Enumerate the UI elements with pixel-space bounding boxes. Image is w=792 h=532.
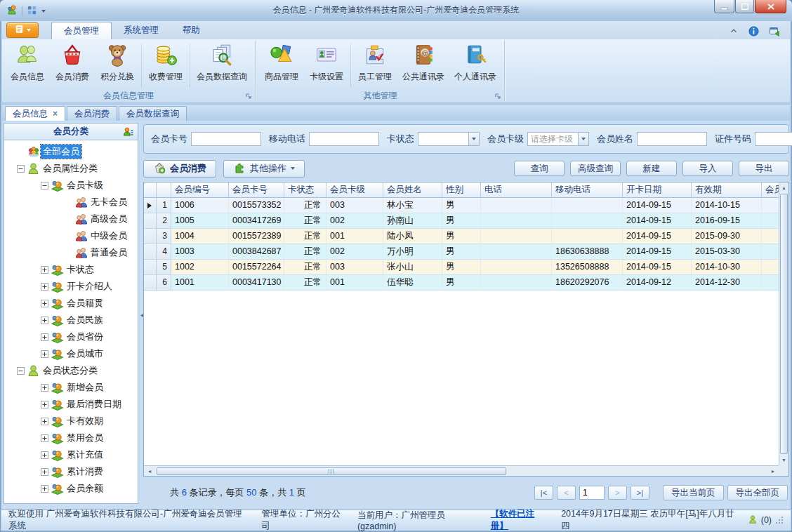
first-page-button[interactable]: |< — [534, 486, 553, 500]
column-header-member-no[interactable]: 会员编号 — [171, 182, 229, 198]
tree-item-disabled-members[interactable]: 禁用会员 — [4, 430, 138, 446]
ribbon-button-product-manage[interactable]: 商品管理 — [259, 41, 304, 90]
tree-item-normal-member[interactable]: 普通会员 — [4, 244, 138, 261]
table-row[interactable]: 510020015572264正常003张小山男135265088882014-… — [144, 260, 779, 275]
chevron-down-icon[interactable] — [468, 133, 479, 145]
column-header-member-truncated[interactable]: 会员 — [762, 182, 779, 198]
collapse-ribbon-icon[interactable] — [729, 26, 739, 39]
tree-expander-icon[interactable] — [39, 434, 50, 442]
tree-item-member-status-category[interactable]: 会员状态分类 — [4, 362, 138, 379]
table-row[interactable]: 210050003417269正常002孙南山男2014-09-152016-0… — [144, 213, 779, 229]
tree-item-no-card-member[interactable]: 无卡会员 — [4, 194, 138, 211]
ribbon-button-public-contacts[interactable]: @公共通讯录 — [397, 41, 449, 90]
tree-expander-icon[interactable] — [39, 485, 50, 493]
export-current-page-button[interactable]: 导出当前页 — [663, 485, 724, 500]
info-icon[interactable] — [748, 26, 759, 39]
table-row[interactable]: 610010003417130正常001伍华聪男186202920762014-… — [144, 275, 779, 291]
id-number-input[interactable] — [755, 132, 792, 146]
doc-tab-member-consume[interactable]: 会员消费 — [67, 106, 117, 121]
layout-icon[interactable] — [27, 5, 37, 18]
page-number-input[interactable] — [579, 486, 605, 500]
member-category-icon[interactable] — [123, 126, 134, 140]
column-header-phone[interactable]: 电话 — [481, 182, 552, 198]
prev-page-button[interactable]: < — [557, 486, 576, 500]
tree-expander-icon[interactable] — [39, 384, 50, 392]
vertical-scroll-thumb[interactable] — [780, 194, 788, 454]
tree-expander-icon[interactable] — [39, 333, 50, 341]
column-header-indicator[interactable] — [144, 182, 157, 198]
minimize-button[interactable] — [714, 0, 734, 13]
tree-expander-icon[interactable] — [39, 182, 50, 189]
tree-item-new-members[interactable]: 新增会员 — [4, 379, 138, 396]
column-header-card-no[interactable]: 会员卡号 — [229, 182, 284, 198]
ribbon-button-member-data-query[interactable]: 会员数据查询 — [192, 41, 252, 90]
column-header-rownum[interactable] — [157, 182, 171, 198]
next-page-button[interactable]: > — [608, 486, 627, 500]
tree-item-member-card-level[interactable]: 会员卡级 — [4, 177, 138, 194]
ribbon-button-member-consume[interactable]: 会员消费 — [50, 41, 95, 90]
scroll-up-arrow[interactable]: ▲ — [779, 182, 788, 193]
close-button[interactable] — [755, 0, 786, 13]
column-header-card-level[interactable]: 会员卡级 — [326, 182, 383, 198]
tree-item-member-balance[interactable]: 会员余额 — [4, 480, 138, 497]
ribbon-button-personal-contacts[interactable]: 个人通讯录 — [449, 41, 501, 90]
tree-item-member-attribute-category[interactable]: 会员属性分类 — [4, 160, 138, 177]
column-header-card-status[interactable]: 卡状态 — [284, 182, 326, 198]
member-consume-button[interactable]: 会员消费 — [143, 160, 216, 178]
tree-expander-icon[interactable] — [39, 350, 50, 358]
last-page-button[interactable]: >| — [631, 486, 649, 500]
column-header-member-name[interactable]: 会员姓名 — [383, 182, 442, 198]
doc-tab-member-info[interactable]: 会员信息× — [5, 106, 65, 121]
export-button[interactable]: 导出 — [739, 161, 789, 176]
scroll-right-arrow[interactable]: ► — [767, 466, 779, 476]
tree-item-all-members[interactable]: 全部会员 — [4, 143, 138, 160]
tree-item-card-referrer[interactable]: 开卡介绍人 — [4, 278, 138, 295]
ribbon-button-member-info[interactable]: 会员信息 — [5, 41, 50, 90]
table-row[interactable]: 110060015573352正常003林小宝男2014-09-152014-1… — [144, 198, 779, 213]
dialog-launcher-icon[interactable] — [494, 91, 501, 102]
tree-item-total-recharge[interactable]: 累计充值 — [4, 446, 138, 463]
column-header-gender[interactable]: 性别 — [442, 182, 481, 198]
column-header-open-date[interactable]: 开卡日期 — [623, 182, 692, 198]
tree-expander-icon[interactable] — [39, 266, 50, 274]
other-actions-button[interactable]: 其他操作 — [223, 160, 305, 178]
mobile-phone-input[interactable] — [309, 132, 379, 146]
tab-close-icon[interactable]: × — [53, 107, 58, 121]
new-button[interactable]: 新建 — [626, 161, 677, 176]
member-card-level-select[interactable]: 请选择卡级 — [527, 132, 589, 146]
vertical-scrollbar[interactable]: ▲ ▼ — [779, 182, 788, 465]
tree-expander-icon[interactable] — [15, 367, 26, 375]
horizontal-scroll-thumb[interactable] — [157, 467, 506, 475]
tree-item-card-status[interactable]: 卡状态 — [4, 261, 138, 278]
tree-item-mid-level-member[interactable]: 中级会员 — [4, 227, 138, 244]
table-row[interactable]: 410030003842687正常002万小明男186306388882014-… — [144, 244, 779, 260]
column-header-mobile[interactable]: 移动电话 — [552, 182, 623, 198]
ribbon-tab-member-manage[interactable]: 会员管理 — [51, 22, 112, 39]
chevron-down-icon[interactable] — [578, 133, 588, 145]
maximize-button[interactable] — [735, 0, 754, 13]
table-row[interactable]: 310040015572389正常001陆小凤男2014-09-152015-0… — [144, 229, 779, 244]
resize-grip[interactable] — [775, 516, 784, 524]
tree-expander-icon[interactable] — [39, 300, 50, 307]
tree-item-high-level-member[interactable]: 高级会员 — [4, 211, 138, 227]
tree-expander-icon[interactable] — [39, 468, 50, 476]
card-status-select[interactable] — [418, 132, 480, 146]
member-name-input[interactable] — [637, 132, 707, 146]
tree-expander-icon[interactable] — [39, 283, 50, 291]
ribbon-button-fee-manage[interactable]: 收费管理 — [143, 41, 188, 90]
ribbon-tab-help[interactable]: 帮助 — [171, 22, 212, 39]
tree-expander-icon[interactable] — [39, 317, 50, 324]
dropdown-arrow-icon[interactable] — [41, 10, 46, 13]
ribbon-button-points-exchange[interactable]: 积分兑换 — [95, 41, 140, 90]
tree-item-total-consume[interactable]: 累计消费 — [4, 463, 138, 480]
registered-link[interactable]: 【软件已注册】 — [491, 508, 550, 532]
support-icon[interactable] — [769, 25, 780, 39]
advanced-query-button[interactable]: 高级查询 — [570, 161, 621, 176]
dialog-launcher-icon[interactable] — [245, 91, 252, 102]
import-button[interactable]: 导入 — [682, 161, 733, 176]
query-button[interactable]: 查询 — [514, 161, 565, 176]
export-all-pages-button[interactable]: 导出全部页 — [727, 485, 788, 500]
tree-expander-icon[interactable] — [39, 418, 50, 425]
tree-item-member-city[interactable]: 会员城市 — [4, 345, 138, 362]
column-header-valid-until[interactable]: 有效期 — [692, 182, 762, 198]
